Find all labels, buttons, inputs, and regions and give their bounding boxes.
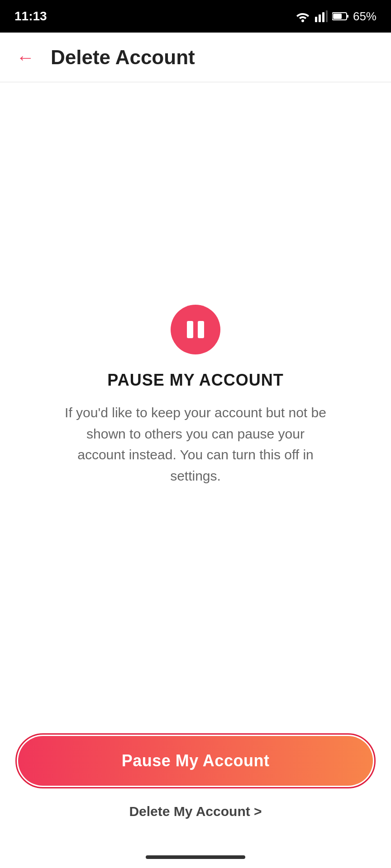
back-arrow-icon: ← [16,48,34,66]
pause-bar-right [198,321,204,338]
status-bar: 11:13 65% [0,0,391,33]
pause-my-account-button[interactable]: Pause My Account [18,736,373,786]
back-button[interactable]: ← [13,45,38,70]
center-section: PAUSE MY ACCOUNT If you'd like to keep y… [64,305,327,486]
svg-rect-5 [347,15,348,18]
main-content: PAUSE MY ACCOUNT If you'd like to keep y… [0,82,391,736]
svg-rect-3 [326,10,328,22]
pause-bar-left [187,321,193,338]
pause-heading: PAUSE MY ACCOUNT [107,371,283,390]
svg-rect-0 [315,17,317,22]
delete-my-account-link[interactable]: Delete My Account > [129,804,262,819]
bottom-section: Pause My Account Delete My Account > [0,736,391,846]
pause-symbol [187,321,204,338]
battery-percent: 65% [353,9,377,24]
pause-description: If you'd like to keep your account but n… [64,402,327,486]
pause-icon-circle [171,305,220,354]
svg-rect-1 [319,14,321,22]
page-header: ← Delete Account [0,33,391,82]
svg-rect-2 [322,12,324,22]
wifi-icon [295,10,310,22]
status-icons: 65% [295,9,377,24]
page-title: Delete Account [51,46,195,69]
signal-icon [315,10,328,22]
battery-icon [332,12,348,21]
home-bar [146,855,245,859]
svg-rect-6 [333,14,342,19]
status-time: 11:13 [14,9,47,24]
home-indicator [0,846,391,868]
